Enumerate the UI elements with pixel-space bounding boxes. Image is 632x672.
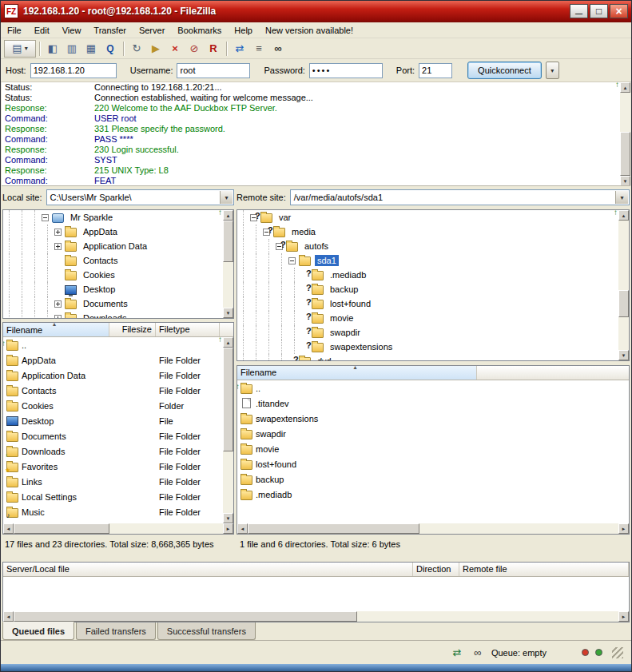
remote-tree-scrollbar[interactable] — [618, 210, 629, 360]
scroll-up-button[interactable] — [223, 337, 233, 348]
tree-item[interactable]: Cookies — [3, 268, 233, 282]
directory-comparison-button[interactable]: ⇄ — [230, 40, 249, 58]
file-row[interactable]: movie — [237, 441, 629, 456]
titlebar[interactable]: FZ 192.168.1.20 - root@192.168.1.20 - Fi… — [0, 0, 632, 22]
tree-item[interactable]: dvd — [237, 354, 629, 361]
cancel-button[interactable]: × — [165, 40, 185, 58]
process-queue-button[interactable]: ▶ — [146, 40, 165, 58]
scroll-thumb[interactable] — [223, 221, 233, 262]
close-button[interactable] — [610, 4, 628, 18]
tab-queued-files[interactable]: Queued files — [2, 622, 74, 640]
toggle-local-tree-button[interactable]: ▥ — [62, 40, 81, 58]
minimize-button[interactable] — [570, 4, 588, 18]
menu-server[interactable]: Server — [133, 22, 171, 38]
file-row[interactable]: backup — [237, 471, 629, 487]
tree-item[interactable]: Documents — [3, 296, 233, 311]
site-manager-button[interactable]: ▤▾ — [4, 40, 36, 58]
expand-icon[interactable] — [54, 300, 62, 308]
scroll-up-button[interactable] — [620, 82, 630, 93]
find-files-button[interactable]: ∞ — [268, 40, 288, 58]
reconnect-button[interactable]: R — [204, 40, 223, 58]
resize-grip[interactable] — [612, 647, 623, 658]
scroll-thumb[interactable] — [618, 290, 629, 317]
local-site-combo[interactable]: C:\Users\Mr Sparkle\ ▾ — [46, 189, 234, 205]
scroll-up-button[interactable] — [618, 210, 629, 221]
expand-icon[interactable] — [54, 243, 62, 250]
tree-item[interactable]: movie — [237, 311, 629, 325]
tree-item[interactable]: autofs — [237, 239, 629, 253]
remote-site-combo[interactable]: /var/media/autofs/sda1 ▾ — [290, 189, 630, 205]
menu-file[interactable]: File — [1, 22, 28, 38]
tab-successful-transfers[interactable]: Successful transfers — [157, 622, 256, 640]
directory-comparison-indicator-icon[interactable] — [450, 646, 464, 659]
synchronized-browsing-button[interactable]: ≡ — [249, 40, 268, 58]
synchronized-browsing-indicator-icon[interactable] — [471, 646, 485, 659]
quickconnect-dropdown-button[interactable]: ▾ — [546, 62, 559, 79]
file-row[interactable]: LinksFile Folder — [3, 474, 233, 489]
expand-icon[interactable] — [54, 315, 62, 320]
toggle-queue-button[interactable]: Q — [101, 40, 120, 58]
scroll-right-button[interactable] — [223, 523, 233, 534]
menu-transfer[interactable]: Transfer — [87, 22, 133, 38]
menu-view[interactable]: View — [56, 22, 88, 38]
username-input[interactable] — [177, 63, 250, 78]
local-tree-scrollbar[interactable] — [223, 210, 233, 318]
file-row[interactable]: lost+found — [237, 456, 629, 471]
tree-item[interactable]: var — [237, 210, 629, 225]
chevron-down-icon[interactable]: ▾ — [220, 191, 233, 204]
quickconnect-button[interactable]: Quickconnect — [467, 62, 542, 79]
file-row[interactable]: FavoritesFile Folder — [3, 459, 233, 474]
collapse-icon[interactable] — [288, 257, 296, 264]
tree-item[interactable]: AppData — [3, 225, 233, 239]
tree-item[interactable]: Contacts — [3, 253, 233, 268]
log-scrollbar[interactable] — [620, 82, 630, 186]
scroll-down-button[interactable] — [223, 308, 233, 318]
tree-item[interactable]: Application Data — [3, 239, 233, 253]
file-row[interactable]: AppDataFile Folder — [3, 352, 233, 368]
tree-item[interactable]: .mediadb — [237, 268, 629, 282]
menu-new-version[interactable]: New version available! — [259, 22, 360, 38]
scroll-thumb[interactable] — [223, 348, 233, 451]
file-row[interactable]: DesktopFile — [3, 413, 233, 428]
password-input[interactable] — [309, 63, 383, 78]
tree-item[interactable]: swapextensions — [237, 340, 629, 354]
file-row[interactable]: .. — [237, 380, 629, 396]
scroll-thumb[interactable] — [248, 523, 419, 534]
file-row[interactable]: Application DataFile Folder — [3, 368, 233, 383]
file-row[interactable]: .titandev — [237, 396, 629, 411]
port-input[interactable] — [419, 63, 452, 78]
menu-bookmarks[interactable]: Bookmarks — [171, 22, 228, 38]
file-row[interactable]: DownloadsFile Folder — [3, 443, 233, 459]
host-input[interactable] — [30, 63, 117, 78]
menu-edit[interactable]: Edit — [28, 22, 56, 38]
scroll-left-button[interactable] — [237, 523, 248, 534]
disconnect-button[interactable]: ⊘ — [185, 40, 204, 58]
tree-item[interactable]: Desktop — [3, 282, 233, 296]
queue-hscrollbar[interactable] — [3, 611, 629, 622]
scroll-left-button[interactable] — [3, 523, 14, 534]
file-row[interactable]: Local SettingsFile Folder — [3, 489, 233, 504]
maximize-button[interactable] — [590, 4, 608, 18]
column-header-filesize[interactable]: Filesize — [109, 323, 156, 336]
column-header-filetype[interactable]: Filetype — [156, 323, 220, 336]
scroll-down-button[interactable] — [618, 350, 629, 360]
scroll-up-button[interactable] — [223, 210, 233, 221]
remote-list-hscrollbar[interactable] — [237, 523, 629, 534]
tree-item-selected[interactable]: sda1 — [237, 253, 629, 268]
refresh-button[interactable]: ↻ — [127, 40, 146, 58]
collapse-icon[interactable] — [42, 214, 49, 221]
menu-help[interactable]: Help — [228, 22, 259, 38]
tree-item[interactable]: Downloads — [3, 311, 233, 319]
tab-failed-transfers[interactable]: Failed transfers — [76, 622, 156, 640]
scroll-left-button[interactable] — [3, 611, 14, 622]
scroll-thumb[interactable] — [14, 523, 109, 534]
column-header-direction[interactable]: Direction — [413, 563, 459, 576]
file-row[interactable]: DocumentsFile Folder — [3, 428, 233, 443]
file-row[interactable]: ContactsFile Folder — [3, 383, 233, 398]
scroll-down-button[interactable] — [223, 513, 233, 523]
tree-item[interactable]: media — [237, 225, 629, 239]
scroll-thumb[interactable] — [620, 132, 630, 176]
column-header-remote-file[interactable]: Remote file — [459, 563, 629, 576]
scroll-down-button[interactable] — [620, 176, 630, 186]
scroll-right-button[interactable] — [618, 523, 629, 534]
